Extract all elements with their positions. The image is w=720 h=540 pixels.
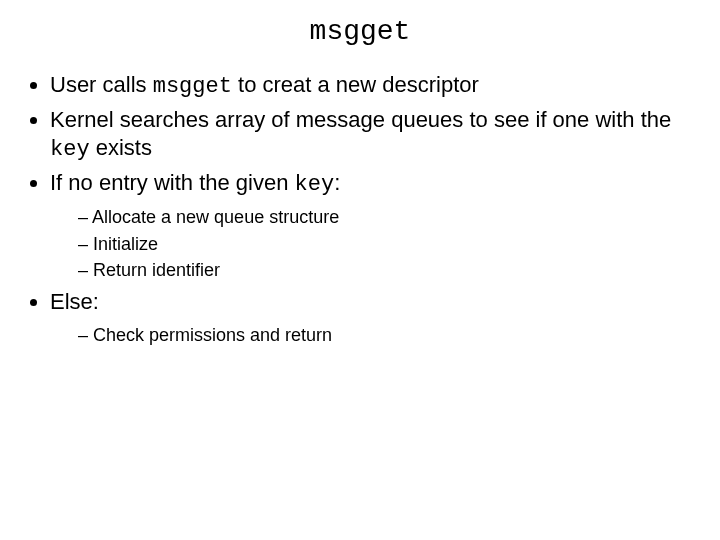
- sub-bullet-list: Allocate a new queue structure Initializ…: [50, 205, 700, 282]
- bullet-item: Kernel searches array of message queues …: [50, 106, 700, 165]
- bullet-text: Kernel searches array of message queues …: [50, 107, 671, 132]
- code-span: msgget: [153, 74, 232, 99]
- sub-bullet-item: Initialize: [78, 232, 700, 256]
- code-span: key: [295, 172, 335, 197]
- bullet-item: If no entry with the given key: Allocate…: [50, 169, 700, 282]
- bullet-text: exists: [90, 135, 152, 160]
- bullet-list: User calls msgget to creat a new descrip…: [20, 71, 700, 347]
- sub-bullet-item: Allocate a new queue structure: [78, 205, 700, 229]
- bullet-text: If no entry with the given: [50, 170, 295, 195]
- bullet-text: User calls: [50, 72, 153, 97]
- bullet-item: User calls msgget to creat a new descrip…: [50, 71, 700, 102]
- code-span: key: [50, 137, 90, 162]
- bullet-text: to creat a new descriptor: [232, 72, 479, 97]
- slide-title: msgget: [20, 16, 700, 47]
- sub-bullet-item: Check permissions and return: [78, 323, 700, 347]
- sub-bullet-item: Return identifier: [78, 258, 700, 282]
- bullet-text: :: [334, 170, 340, 195]
- bullet-text: Else:: [50, 289, 99, 314]
- sub-bullet-list: Check permissions and return: [50, 323, 700, 347]
- slide: msgget User calls msgget to creat a new …: [0, 0, 720, 540]
- bullet-item: Else: Check permissions and return: [50, 288, 700, 347]
